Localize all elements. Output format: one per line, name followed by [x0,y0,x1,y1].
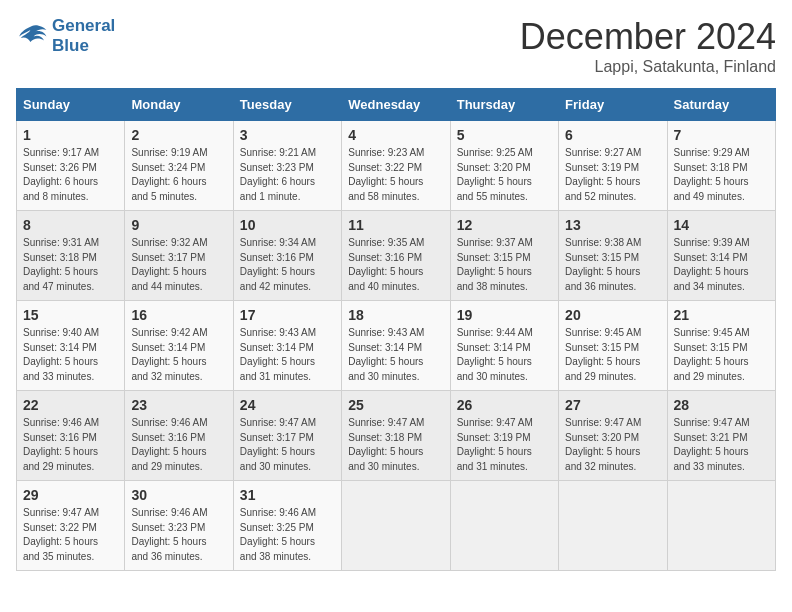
day-number: 5 [457,127,552,143]
day-detail: Sunrise: 9:47 AM Sunset: 3:20 PM Dayligh… [565,416,660,474]
table-row: 15Sunrise: 9:40 AM Sunset: 3:14 PM Dayli… [17,301,125,391]
day-number: 14 [674,217,769,233]
day-detail: Sunrise: 9:43 AM Sunset: 3:14 PM Dayligh… [348,326,443,384]
col-sunday: Sunday [17,89,125,121]
table-row: 28Sunrise: 9:47 AM Sunset: 3:21 PM Dayli… [667,391,775,481]
day-detail: Sunrise: 9:46 AM Sunset: 3:23 PM Dayligh… [131,506,226,564]
col-wednesday: Wednesday [342,89,450,121]
day-detail: Sunrise: 9:46 AM Sunset: 3:16 PM Dayligh… [131,416,226,474]
day-number: 8 [23,217,118,233]
day-number: 9 [131,217,226,233]
day-number: 24 [240,397,335,413]
day-detail: Sunrise: 9:46 AM Sunset: 3:25 PM Dayligh… [240,506,335,564]
day-number: 11 [348,217,443,233]
table-row: 13Sunrise: 9:38 AM Sunset: 3:15 PM Dayli… [559,211,667,301]
day-detail: Sunrise: 9:25 AM Sunset: 3:20 PM Dayligh… [457,146,552,204]
table-row [450,481,558,571]
day-detail: Sunrise: 9:47 AM Sunset: 3:21 PM Dayligh… [674,416,769,474]
day-detail: Sunrise: 9:37 AM Sunset: 3:15 PM Dayligh… [457,236,552,294]
day-detail: Sunrise: 9:34 AM Sunset: 3:16 PM Dayligh… [240,236,335,294]
day-number: 30 [131,487,226,503]
day-number: 27 [565,397,660,413]
table-row: 3Sunrise: 9:21 AM Sunset: 3:23 PM Daylig… [233,121,341,211]
day-detail: Sunrise: 9:45 AM Sunset: 3:15 PM Dayligh… [674,326,769,384]
table-row: 21Sunrise: 9:45 AM Sunset: 3:15 PM Dayli… [667,301,775,391]
table-row: 30Sunrise: 9:46 AM Sunset: 3:23 PM Dayli… [125,481,233,571]
table-row [667,481,775,571]
table-row: 7Sunrise: 9:29 AM Sunset: 3:18 PM Daylig… [667,121,775,211]
header-row: Sunday Monday Tuesday Wednesday Thursday… [17,89,776,121]
day-number: 4 [348,127,443,143]
table-row: 10Sunrise: 9:34 AM Sunset: 3:16 PM Dayli… [233,211,341,301]
table-row: 27Sunrise: 9:47 AM Sunset: 3:20 PM Dayli… [559,391,667,481]
day-detail: Sunrise: 9:29 AM Sunset: 3:18 PM Dayligh… [674,146,769,204]
day-number: 21 [674,307,769,323]
table-row: 23Sunrise: 9:46 AM Sunset: 3:16 PM Dayli… [125,391,233,481]
col-tuesday: Tuesday [233,89,341,121]
table-row: 24Sunrise: 9:47 AM Sunset: 3:17 PM Dayli… [233,391,341,481]
logo-text: General Blue [52,16,115,57]
table-row: 1Sunrise: 9:17 AM Sunset: 3:26 PM Daylig… [17,121,125,211]
day-number: 7 [674,127,769,143]
day-detail: Sunrise: 9:27 AM Sunset: 3:19 PM Dayligh… [565,146,660,204]
day-detail: Sunrise: 9:38 AM Sunset: 3:15 PM Dayligh… [565,236,660,294]
day-detail: Sunrise: 9:47 AM Sunset: 3:22 PM Dayligh… [23,506,118,564]
table-row [342,481,450,571]
day-detail: Sunrise: 9:45 AM Sunset: 3:15 PM Dayligh… [565,326,660,384]
week-row-4: 22Sunrise: 9:46 AM Sunset: 3:16 PM Dayli… [17,391,776,481]
header: General Blue December 2024 Lappi, Sataku… [16,16,776,76]
day-number: 31 [240,487,335,503]
week-row-2: 8Sunrise: 9:31 AM Sunset: 3:18 PM Daylig… [17,211,776,301]
week-row-1: 1Sunrise: 9:17 AM Sunset: 3:26 PM Daylig… [17,121,776,211]
calendar-table: Sunday Monday Tuesday Wednesday Thursday… [16,88,776,571]
day-number: 20 [565,307,660,323]
col-thursday: Thursday [450,89,558,121]
day-number: 22 [23,397,118,413]
table-row: 26Sunrise: 9:47 AM Sunset: 3:19 PM Dayli… [450,391,558,481]
table-row: 19Sunrise: 9:44 AM Sunset: 3:14 PM Dayli… [450,301,558,391]
col-saturday: Saturday [667,89,775,121]
day-detail: Sunrise: 9:42 AM Sunset: 3:14 PM Dayligh… [131,326,226,384]
day-detail: Sunrise: 9:43 AM Sunset: 3:14 PM Dayligh… [240,326,335,384]
day-detail: Sunrise: 9:31 AM Sunset: 3:18 PM Dayligh… [23,236,118,294]
day-detail: Sunrise: 9:47 AM Sunset: 3:19 PM Dayligh… [457,416,552,474]
table-row: 9Sunrise: 9:32 AM Sunset: 3:17 PM Daylig… [125,211,233,301]
day-number: 26 [457,397,552,413]
title-area: December 2024 Lappi, Satakunta, Finland [520,16,776,76]
table-row: 6Sunrise: 9:27 AM Sunset: 3:19 PM Daylig… [559,121,667,211]
day-number: 18 [348,307,443,323]
day-detail: Sunrise: 9:47 AM Sunset: 3:17 PM Dayligh… [240,416,335,474]
day-detail: Sunrise: 9:40 AM Sunset: 3:14 PM Dayligh… [23,326,118,384]
day-number: 16 [131,307,226,323]
table-row: 14Sunrise: 9:39 AM Sunset: 3:14 PM Dayli… [667,211,775,301]
day-number: 10 [240,217,335,233]
day-detail: Sunrise: 9:47 AM Sunset: 3:18 PM Dayligh… [348,416,443,474]
table-row: 20Sunrise: 9:45 AM Sunset: 3:15 PM Dayli… [559,301,667,391]
calendar-subtitle: Lappi, Satakunta, Finland [520,58,776,76]
day-number: 13 [565,217,660,233]
table-row: 22Sunrise: 9:46 AM Sunset: 3:16 PM Dayli… [17,391,125,481]
table-row: 12Sunrise: 9:37 AM Sunset: 3:15 PM Dayli… [450,211,558,301]
table-row: 16Sunrise: 9:42 AM Sunset: 3:14 PM Dayli… [125,301,233,391]
day-detail: Sunrise: 9:44 AM Sunset: 3:14 PM Dayligh… [457,326,552,384]
day-detail: Sunrise: 9:39 AM Sunset: 3:14 PM Dayligh… [674,236,769,294]
table-row: 5Sunrise: 9:25 AM Sunset: 3:20 PM Daylig… [450,121,558,211]
day-detail: Sunrise: 9:21 AM Sunset: 3:23 PM Dayligh… [240,146,335,204]
calendar-title: December 2024 [520,16,776,58]
day-number: 12 [457,217,552,233]
week-row-5: 29Sunrise: 9:47 AM Sunset: 3:22 PM Dayli… [17,481,776,571]
table-row: 17Sunrise: 9:43 AM Sunset: 3:14 PM Dayli… [233,301,341,391]
day-number: 15 [23,307,118,323]
day-number: 17 [240,307,335,323]
day-detail: Sunrise: 9:19 AM Sunset: 3:24 PM Dayligh… [131,146,226,204]
table-row [559,481,667,571]
table-row: 29Sunrise: 9:47 AM Sunset: 3:22 PM Dayli… [17,481,125,571]
day-detail: Sunrise: 9:17 AM Sunset: 3:26 PM Dayligh… [23,146,118,204]
week-row-3: 15Sunrise: 9:40 AM Sunset: 3:14 PM Dayli… [17,301,776,391]
col-monday: Monday [125,89,233,121]
table-row: 4Sunrise: 9:23 AM Sunset: 3:22 PM Daylig… [342,121,450,211]
day-detail: Sunrise: 9:32 AM Sunset: 3:17 PM Dayligh… [131,236,226,294]
day-number: 23 [131,397,226,413]
day-number: 1 [23,127,118,143]
logo: General Blue [16,16,115,57]
